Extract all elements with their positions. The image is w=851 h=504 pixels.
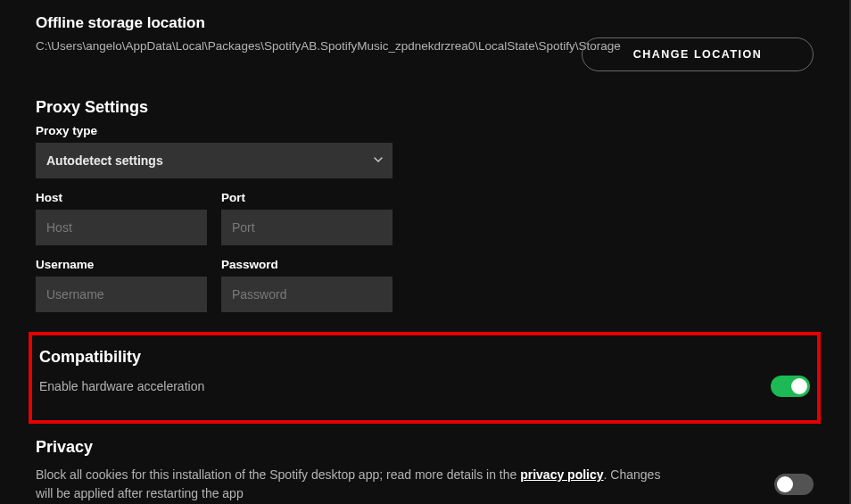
hardware-accel-toggle[interactable] bbox=[771, 376, 810, 397]
proxy-type-select[interactable]: Autodetect settings bbox=[36, 143, 392, 178]
compatibility-highlight: Compatibility Enable hardware accelerati… bbox=[29, 332, 821, 424]
proxy-type-label: Proxy type bbox=[36, 124, 814, 137]
proxy-host-label: Host bbox=[36, 191, 207, 204]
toggle-knob bbox=[777, 476, 793, 492]
proxy-port-label: Port bbox=[221, 191, 392, 204]
offline-storage-path: C:\Users\angelo\AppData\Local\Packages\S… bbox=[36, 37, 535, 56]
compatibility-heading: Compatibility bbox=[39, 348, 810, 367]
proxy-password-label: Password bbox=[221, 258, 392, 271]
proxy-settings-heading: Proxy Settings bbox=[36, 98, 814, 117]
proxy-username-input[interactable] bbox=[36, 277, 207, 312]
proxy-username-label: Username bbox=[36, 258, 207, 271]
proxy-password-input[interactable] bbox=[221, 277, 392, 312]
block-cookies-label: Block all cookies for this installation … bbox=[36, 466, 678, 503]
proxy-port-input[interactable] bbox=[221, 210, 392, 245]
block-cookies-text-prefix: Block all cookies for this installation … bbox=[36, 467, 520, 482]
offline-storage-heading: Offline storage location bbox=[36, 14, 814, 32]
privacy-policy-link[interactable]: privacy policy bbox=[520, 467, 603, 482]
proxy-host-input[interactable] bbox=[36, 210, 207, 245]
hardware-accel-label: Enable hardware acceleration bbox=[39, 377, 204, 396]
privacy-heading: Privacy bbox=[36, 438, 814, 457]
block-cookies-toggle[interactable] bbox=[774, 474, 814, 495]
change-location-button[interactable]: CHANGE LOCATION bbox=[582, 37, 814, 71]
toggle-knob bbox=[791, 378, 807, 394]
